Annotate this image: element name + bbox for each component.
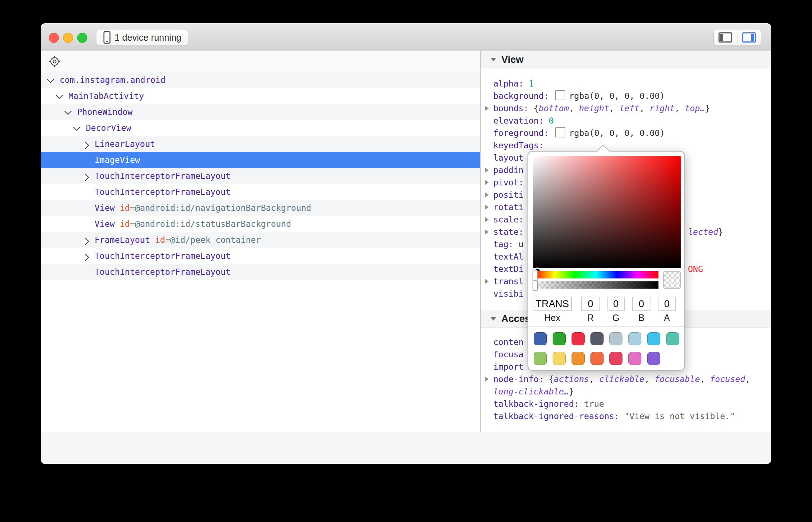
close-button[interactable]	[49, 33, 59, 43]
property-key: textDi	[493, 264, 524, 274]
preset-color-swatch[interactable]	[609, 352, 622, 365]
left-panel-icon	[719, 32, 732, 43]
expand-arrow-icon[interactable]	[485, 192, 489, 197]
property-key: keyedTags	[493, 141, 539, 150]
preset-color-swatch[interactable]	[666, 332, 679, 345]
tree-node-label: TouchInterceptorFrameLayout	[95, 171, 231, 181]
tree-node-label: DecorView	[86, 123, 131, 133]
preset-color-swatch[interactable]	[628, 352, 641, 365]
preset-color-swatch[interactable]	[572, 352, 585, 365]
preset-color-swatch[interactable]	[553, 332, 566, 345]
phone-icon	[103, 31, 111, 44]
app-window: 1 device running	[41, 23, 771, 464]
alpha-slider[interactable]	[533, 281, 658, 289]
property-key: alpha	[493, 79, 518, 88]
preset-color-swatch[interactable]	[590, 352, 604, 365]
device-running-button[interactable]: 1 device running	[96, 29, 188, 46]
chevron-right-icon[interactable]	[82, 254, 89, 261]
preset-color-swatch[interactable]	[534, 332, 547, 345]
property-row[interactable]: node-info: {actions, clickable, focusabl…	[493, 373, 760, 398]
chevron-down-icon[interactable]	[56, 92, 63, 99]
red-label: R	[581, 313, 600, 323]
tree-node-label: View	[95, 203, 115, 213]
preset-color-swatch[interactable]	[572, 332, 585, 345]
color-picker-popover: TRANS 0 0 0 0 Hex R G B A	[528, 151, 685, 371]
zoom-button[interactable]	[77, 33, 87, 43]
hue-slider-handle[interactable]	[533, 270, 538, 280]
property-row[interactable]: keyedTags:	[493, 139, 760, 152]
property-value: "View is not visible."	[624, 411, 735, 421]
toggle-right-panel-button[interactable]	[737, 29, 761, 45]
tree-row[interactable]: MainTabActivity	[41, 88, 480, 104]
expand-arrow-icon[interactable]	[485, 229, 489, 234]
attribute-name: id	[120, 203, 130, 213]
color-swatch[interactable]	[555, 127, 565, 137]
expand-arrow-icon[interactable]	[485, 377, 489, 382]
property-row[interactable]: foreground: rgba(0, 0, 0, 0.00)	[493, 127, 760, 139]
toggle-left-panel-button[interactable]	[714, 29, 737, 45]
tree-row[interactable]: LinearLayout	[41, 136, 480, 152]
section-collapse-icon[interactable]	[490, 317, 496, 321]
red-input[interactable]: 0	[581, 297, 600, 311]
alpha-slider-handle[interactable]	[533, 280, 538, 290]
tree-node-label: PhoneWindow	[77, 107, 132, 117]
view-hierarchy-panel: com.instagram.android MainTabActivity Ph…	[41, 51, 481, 464]
inspect-device-icon[interactable]	[48, 55, 61, 68]
preset-color-swatch[interactable]	[553, 352, 566, 365]
property-row[interactable]: talkback-ignored: true	[493, 398, 760, 410]
property-key: talkback-ignored	[493, 399, 574, 409]
hex-input[interactable]: TRANS	[533, 297, 572, 311]
tree-row[interactable]: DecorView	[41, 120, 480, 136]
saturation-value-gradient[interactable]	[533, 156, 681, 268]
minimize-button[interactable]	[63, 33, 73, 43]
preset-color-swatch[interactable]	[590, 332, 604, 345]
chevron-right-icon[interactable]	[82, 174, 89, 181]
tree-row[interactable]: PhoneWindow	[41, 104, 480, 120]
tree-row[interactable]: com.instagram.android	[41, 72, 480, 88]
property-key: scale	[493, 215, 518, 224]
expand-arrow-icon[interactable]	[485, 205, 489, 210]
view-section-header[interactable]: View	[481, 51, 771, 68]
property-key: foreground	[493, 128, 544, 138]
preset-color-swatch[interactable]	[647, 352, 660, 365]
tree-row[interactable]: TouchInterceptorFrameLayout	[41, 248, 480, 264]
tree-node-label: LinearLayout	[95, 139, 155, 149]
property-row[interactable]: bounds: {bottom, height, left, right, to…	[493, 102, 760, 115]
tree-row-selected[interactable]: ImageView	[41, 152, 480, 168]
preset-color-swatch[interactable]	[628, 332, 641, 345]
tree-node-label: View	[95, 219, 115, 229]
chevron-down-icon[interactable]	[47, 76, 54, 83]
tree-row[interactable]: TouchInterceptorFrameLayout	[41, 168, 480, 184]
preset-color-swatch[interactable]	[534, 352, 547, 365]
tree-row[interactable]: TouchInterceptorFrameLayout	[41, 264, 480, 280]
blue-input[interactable]: 0	[632, 297, 650, 311]
expand-arrow-icon[interactable]	[485, 217, 489, 222]
preset-color-swatch[interactable]	[647, 332, 660, 345]
expand-arrow-icon[interactable]	[485, 168, 489, 173]
hue-slider[interactable]	[533, 271, 658, 278]
property-row[interactable]: alpha: 1	[493, 77, 760, 90]
color-swatch[interactable]	[555, 90, 565, 100]
chevron-right-icon[interactable]	[82, 238, 89, 245]
expand-arrow-icon[interactable]	[485, 180, 489, 185]
chevron-right-icon[interactable]	[82, 142, 89, 149]
tree-row[interactable]: View id =@android:id/statusBarBackground	[41, 216, 480, 232]
property-row[interactable]: background: rgba(0, 0, 0, 0.00)	[493, 90, 760, 102]
text-direction-value-tail: ONG	[688, 263, 703, 275]
property-row[interactable]: talkback-ignored-reasons: "View is not v…	[493, 410, 760, 422]
blue-label: B	[632, 313, 650, 323]
expand-arrow-icon[interactable]	[485, 279, 489, 284]
preset-color-swatch[interactable]	[609, 332, 622, 345]
alpha-input[interactable]: 0	[658, 297, 676, 311]
expand-arrow-icon[interactable]	[485, 106, 489, 111]
property-key: state	[493, 227, 518, 237]
section-collapse-icon[interactable]	[490, 58, 496, 61]
tree-row[interactable]: View id =@android:id/navigationBarBackgr…	[41, 200, 480, 216]
property-row[interactable]: elevation: 0	[493, 115, 760, 127]
chevron-down-icon[interactable]	[73, 124, 80, 131]
tree-row[interactable]: TouchInterceptorFrameLayout	[41, 184, 480, 200]
tree-row[interactable]: FrameLayout id =@id/peek_container	[41, 232, 480, 248]
chevron-down-icon[interactable]	[64, 108, 72, 115]
green-input[interactable]: 0	[607, 297, 625, 311]
tree-node-label: MainTabActivity	[68, 91, 144, 101]
